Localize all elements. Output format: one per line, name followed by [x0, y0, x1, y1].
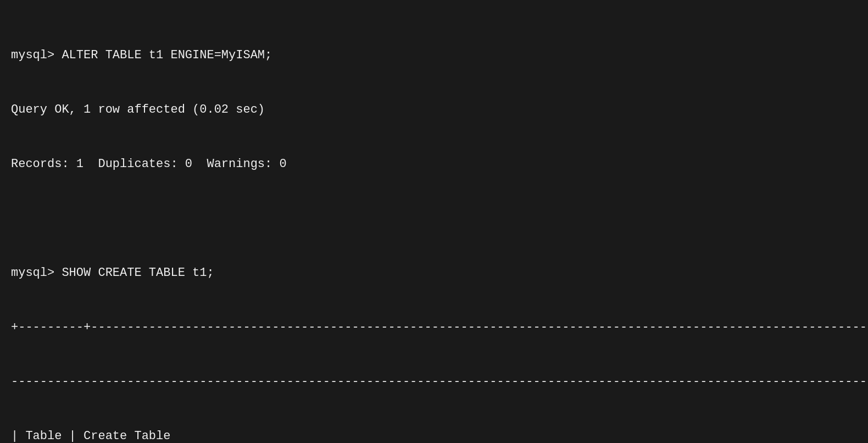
- separator-top: +---------+-----------------------------…: [11, 318, 857, 336]
- separator-top-2: ----------------------------------------…: [11, 373, 857, 391]
- records-info: Records: 1 Duplicates: 0 Warnings: 0: [11, 155, 857, 173]
- empty-line-1: [11, 209, 857, 228]
- show-create-cmd: mysql> SHOW CREATE TABLE t1;: [11, 264, 857, 282]
- query-ok: Query OK, 1 row affected (0.02 sec): [11, 101, 857, 119]
- terminal-output: mysql> ALTER TABLE t1 ENGINE=MyISAM; Que…: [11, 10, 857, 443]
- table-header: | Table | Create Table: [11, 427, 857, 443]
- alter-table-cmd: mysql> ALTER TABLE t1 ENGINE=MyISAM;: [11, 46, 857, 64]
